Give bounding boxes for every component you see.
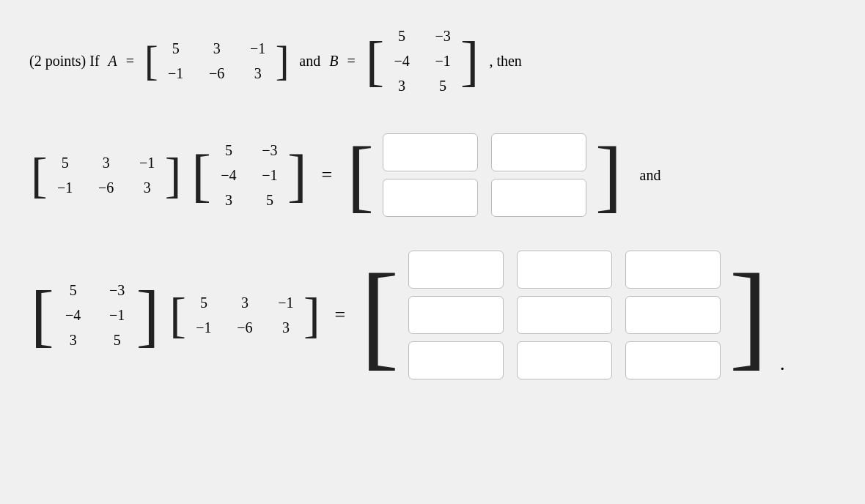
eq1-equals: = <box>322 164 333 186</box>
eq1-result-matrix: [ ] <box>345 127 623 223</box>
eq2-b-body: 5 −3 −4 −1 3 5 <box>56 276 135 354</box>
eq2-result-bracket-left: [ <box>360 256 399 374</box>
eq2-input-r2c2[interactable] <box>625 341 721 379</box>
eq1-result-bracket-right: ] <box>595 135 622 215</box>
problem-statement: (2 points) If A = [ 5 3 −1 −1 −6 3 ] and… <box>29 22 522 100</box>
eq2-matrix-a: [ 5 3 −1 −1 −6 3 ] <box>168 289 321 341</box>
eq1-b-r2c0: 3 <box>217 189 240 211</box>
eq1-result-body <box>375 127 594 223</box>
eq1-a-body: 5 3 −1 −1 −6 3 <box>49 149 163 201</box>
eq1-b-body: 5 −3 −4 −1 3 5 <box>213 136 286 214</box>
eq2-a-r0c1: 3 <box>233 292 257 314</box>
eq2-a-r0c2: −1 <box>274 292 298 314</box>
a-r1c0: −1 <box>164 62 188 84</box>
equation1-row: [ 5 3 −1 −1 −6 3 ] [ 5 −3 −4 −1 3 5 ] = … <box>29 127 660 223</box>
eq1-matrix-b: [ 5 −3 −4 −1 3 5 ] <box>190 136 308 214</box>
eq1-bracket-a-left: [ <box>29 150 49 200</box>
problem-label: (2 points) If <box>29 53 100 70</box>
eq2-equals: = <box>335 304 346 326</box>
a-r1c2: 3 <box>246 62 270 84</box>
eq2-bracket-b-right: ] <box>135 281 161 350</box>
eq2-input-r2c0[interactable] <box>408 341 504 379</box>
eq1-a-r1c2: 3 <box>136 177 159 199</box>
eq2-input-r1c1[interactable] <box>517 296 612 334</box>
eq2-result-body <box>401 245 728 385</box>
equation2-row: [ 5 −3 −4 −1 3 5 ] [ 5 3 −1 −1 −6 3 ] = … <box>29 245 785 385</box>
matrix-a-display: [ 5 3 −1 −1 −6 3 ] <box>143 34 290 87</box>
bracket-b-right: ] <box>459 33 480 89</box>
bracket-a-right: ] <box>274 40 291 81</box>
eq1-bracket-b-right: ] <box>286 146 309 204</box>
bracket-b-left: [ <box>364 33 386 89</box>
eq1-a-r0c2: −1 <box>136 152 159 174</box>
eq1-matrix-a: [ 5 3 −1 −1 −6 3 ] <box>29 149 183 201</box>
eq2-a-r1c2: 3 <box>274 316 298 338</box>
eq2-b-r2c0: 3 <box>60 329 86 351</box>
eq1-input-r0c1[interactable] <box>491 133 586 171</box>
eq1-input-r0c0[interactable] <box>383 133 478 171</box>
eq2-a-body: 5 3 −1 −1 −6 3 <box>188 289 302 341</box>
and-text: and <box>640 167 661 184</box>
matrix-b-body: 5 −3 −4 −1 3 5 <box>386 22 459 100</box>
eq1-input-r1c1[interactable] <box>491 179 586 217</box>
eq2-a-r0c0: 5 <box>192 292 216 314</box>
eq2-b-r1c0: −4 <box>60 304 86 326</box>
eq2-bracket-a-right: ] <box>302 290 322 340</box>
eq2-input-r2c1[interactable] <box>517 341 612 379</box>
eq2-input-r0c1[interactable] <box>517 251 612 289</box>
eq2-bracket-a-left: [ <box>168 290 188 340</box>
matrix-a-body: 5 3 −1 −1 −6 3 <box>160 34 274 87</box>
italic-b: B <box>329 53 338 70</box>
eq2-a-r1c1: −6 <box>233 316 257 338</box>
equals-2: = <box>347 53 355 70</box>
b-r2c0: 3 <box>390 75 413 97</box>
eq2-result-bracket-right: ] <box>729 256 768 374</box>
eq1-input-r1c0[interactable] <box>383 179 478 217</box>
eq2-b-r2c1: 5 <box>104 329 130 351</box>
eq1-a-r1c1: −6 <box>95 177 118 199</box>
b-r0c0: 5 <box>390 25 413 47</box>
eq2-input-r1c0[interactable] <box>408 296 504 334</box>
a-r0c2: −1 <box>246 37 270 59</box>
bracket-a-left: [ <box>143 40 160 81</box>
a-r0c1: 3 <box>205 37 229 59</box>
b-r2c1: 5 <box>431 75 454 97</box>
equals-1: = <box>126 53 134 70</box>
eq2-result-matrix: [ ] <box>358 245 770 385</box>
eq1-b-r1c1: −1 <box>258 164 281 186</box>
b-r1c1: −1 <box>431 50 454 72</box>
eq2-input-r0c0[interactable] <box>408 251 504 289</box>
eq2-matrix-b: [ 5 −3 −4 −1 3 5 ] <box>29 276 161 354</box>
period: . <box>780 352 785 385</box>
italic-a: A <box>108 53 117 70</box>
eq1-a-r0c1: 3 <box>95 152 118 174</box>
a-r1c1: −6 <box>205 62 229 84</box>
a-r0c0: 5 <box>164 37 188 59</box>
eq2-b-r0c1: −3 <box>104 279 130 301</box>
matrix-b-display: [ 5 −3 −4 −1 3 5 ] <box>364 22 481 100</box>
eq1-bracket-a-right: ] <box>163 150 183 200</box>
eq1-b-r0c1: −3 <box>258 139 281 161</box>
eq2-input-r1c2[interactable] <box>625 296 721 334</box>
eq1-a-r0c0: 5 <box>54 152 77 174</box>
and-label: and <box>299 53 320 70</box>
eq2-a-r1c0: −1 <box>192 316 216 338</box>
eq2-b-r0c0: 5 <box>60 279 86 301</box>
eq2-bracket-b-left: [ <box>29 281 56 350</box>
eq1-bracket-b-left: [ <box>190 146 213 204</box>
eq1-b-r0c0: 5 <box>217 139 240 161</box>
b-r1c0: −4 <box>390 50 413 72</box>
eq1-a-r1c0: −1 <box>54 177 77 199</box>
eq2-b-r1c1: −1 <box>104 304 130 326</box>
b-r0c1: −3 <box>431 25 454 47</box>
eq1-result-bracket-left: [ <box>347 135 374 215</box>
eq1-b-r2c1: 5 <box>258 189 281 211</box>
eq2-input-r0c2[interactable] <box>625 251 721 289</box>
then-label: , then <box>489 53 521 70</box>
eq1-b-r1c0: −4 <box>217 164 240 186</box>
